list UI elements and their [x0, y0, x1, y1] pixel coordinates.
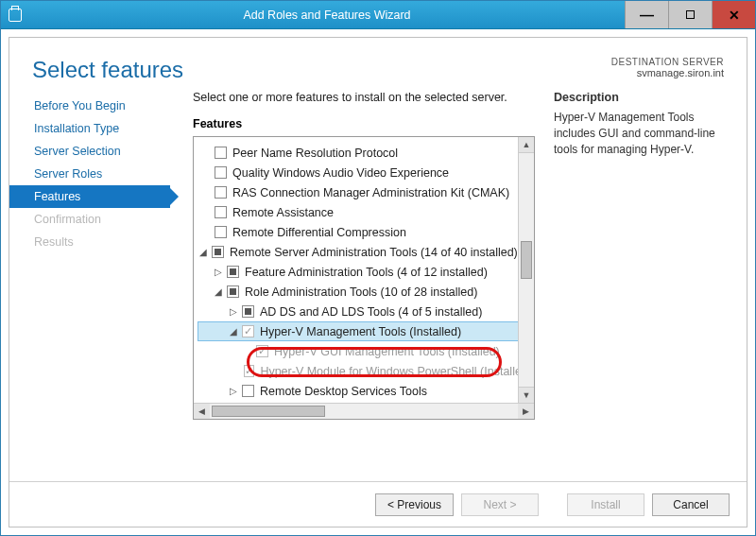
- checkbox[interactable]: [212, 246, 224, 258]
- checkbox[interactable]: [227, 266, 239, 278]
- install-button: Install: [567, 493, 644, 516]
- minimize-button[interactable]: —: [625, 1, 668, 28]
- nav-confirmation: Confirmation: [9, 208, 170, 231]
- wizard-sidebar: Before You Begin Installation Type Serve…: [9, 91, 170, 474]
- destination-block: DESTINATION SERVER svmanage.siron.int: [611, 57, 724, 78]
- expander-icon[interactable]: ▷: [228, 386, 238, 396]
- main-pane: Select one or more features to install o…: [170, 91, 724, 474]
- previous-button[interactable]: < Previous: [375, 493, 454, 516]
- feature-item-hyperv[interactable]: ◢ Hyper-V Management Tools (Installed): [198, 321, 532, 341]
- nav-results: Results: [9, 231, 170, 253]
- nav-server-selection[interactable]: Server Selection: [9, 140, 170, 163]
- description-heading: Description: [554, 91, 724, 104]
- feature-item[interactable]: ▷ AD DS and AD LDS Tools (4 of 5 install…: [198, 302, 532, 321]
- feature-item[interactable]: Quality Windows Audio Video Experience: [198, 163, 532, 182]
- scroll-thumb[interactable]: [521, 241, 532, 279]
- wizard-footer: < Previous Next > Install Cancel: [9, 481, 747, 527]
- features-listbox[interactable]: Peer Name Resolution Protocol Quality Wi…: [193, 136, 535, 420]
- features-heading: Features: [193, 117, 535, 130]
- nav-before-you-begin[interactable]: Before You Begin: [9, 95, 170, 117]
- hscroll-track[interactable]: [210, 404, 518, 419]
- instruction-text: Select one or more features to install o…: [193, 91, 535, 104]
- page-title: Select features: [32, 57, 183, 83]
- body-area: Before You Begin Installation Type Serve…: [9, 91, 747, 481]
- checkbox[interactable]: [242, 325, 254, 337]
- close-button[interactable]: ✕: [712, 1, 755, 28]
- destination-server: svmanage.siron.int: [611, 67, 724, 78]
- scroll-right-icon[interactable]: ▶: [518, 404, 534, 419]
- checkbox[interactable]: [227, 285, 239, 298]
- scroll-up-icon[interactable]: ▲: [519, 137, 534, 153]
- vertical-scrollbar[interactable]: ▲ ▼: [518, 137, 534, 403]
- checkbox[interactable]: [215, 147, 227, 159]
- description-text: Hyper-V Management Tools includes GUI an…: [554, 110, 724, 157]
- scroll-left-icon[interactable]: ◀: [194, 404, 210, 419]
- checkbox[interactable]: [242, 305, 254, 318]
- header-area: Select features DESTINATION SERVER svman…: [9, 38, 747, 91]
- features-scroll-area: Peer Name Resolution Protocol Quality Wi…: [194, 137, 534, 403]
- expander-icon[interactable]: ▷: [228, 306, 238, 317]
- feature-item[interactable]: Peer Name Resolution Protocol: [198, 143, 532, 163]
- feature-item[interactable]: ▷ Remote Desktop Services Tools: [198, 381, 532, 401]
- titlebar: Add Roles and Features Wizard — ✕: [1, 1, 755, 29]
- feature-item[interactable]: Remote Differential Compression: [198, 222, 532, 242]
- checkbox[interactable]: [215, 186, 227, 199]
- checkbox[interactable]: [215, 226, 227, 238]
- features-column: Select one or more features to install o…: [193, 91, 535, 474]
- nav-features[interactable]: Features: [9, 185, 170, 208]
- maximize-button[interactable]: [668, 1, 712, 28]
- feature-item[interactable]: ▷ Feature Administration Tools (4 of 12 …: [198, 262, 532, 282]
- checkbox[interactable]: [256, 345, 268, 357]
- feature-item[interactable]: RAS Connection Manager Administration Ki…: [198, 182, 532, 202]
- features-list: Peer Name Resolution Protocol Quality Wi…: [194, 137, 534, 403]
- nav-server-roles[interactable]: Server Roles: [9, 163, 170, 185]
- window-controls: — ✕: [625, 1, 755, 28]
- feature-item[interactable]: Remote Assistance: [198, 202, 532, 222]
- feature-item[interactable]: Hyper-V Module for Windows PowerShell (I…: [198, 361, 532, 381]
- next-button: Next >: [461, 493, 539, 516]
- app-icon: [1, 9, 29, 22]
- checkbox[interactable]: [244, 365, 254, 377]
- scroll-down-icon[interactable]: ▼: [519, 387, 534, 403]
- hscroll-thumb[interactable]: [212, 406, 325, 417]
- checkbox[interactable]: [242, 385, 254, 397]
- feature-item[interactable]: ◢ Remote Server Administration Tools (14…: [198, 242, 532, 262]
- feature-item[interactable]: ◢ Role Administration Tools (10 of 28 in…: [198, 282, 532, 302]
- expander-icon[interactable]: ◢: [213, 286, 223, 297]
- expander-icon[interactable]: ▷: [213, 267, 223, 277]
- expander-icon[interactable]: ◢: [198, 247, 208, 257]
- checkbox[interactable]: [215, 166, 227, 179]
- cancel-button[interactable]: Cancel: [652, 493, 730, 516]
- feature-item[interactable]: ▷ Windows Server Update Services Tools (…: [198, 401, 532, 403]
- checkbox[interactable]: [215, 206, 227, 218]
- nav-installation-type[interactable]: Installation Type: [9, 117, 170, 140]
- feature-item[interactable]: Hyper-V GUI Management Tools (Installed): [198, 341, 532, 361]
- expander-icon[interactable]: ◢: [228, 326, 238, 337]
- content-frame: Select features DESTINATION SERVER svman…: [9, 37, 747, 527]
- horizontal-scrollbar[interactable]: ◀ ▶: [194, 403, 534, 419]
- window-title: Add Roles and Features Wizard: [29, 9, 625, 22]
- destination-label: DESTINATION SERVER: [611, 57, 724, 67]
- wizard-window: Add Roles and Features Wizard — ✕ Select…: [0, 0, 756, 536]
- description-column: Description Hyper-V Management Tools inc…: [554, 91, 724, 474]
